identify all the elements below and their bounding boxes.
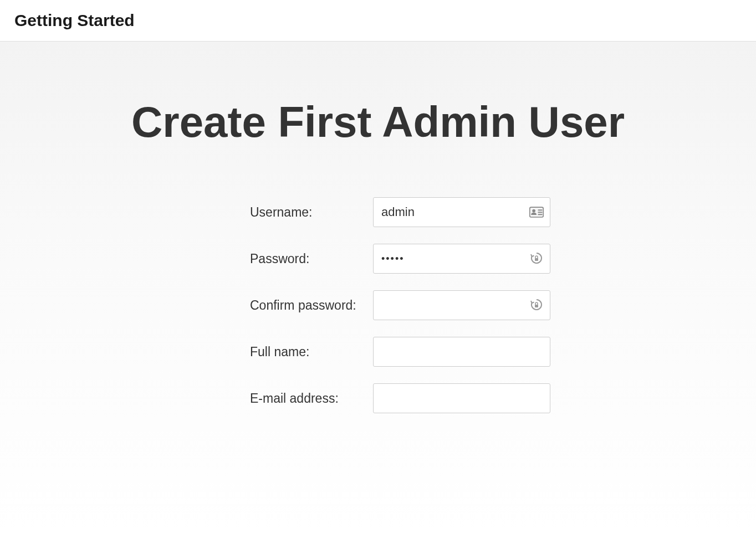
confirm-password-row: Confirm password: xyxy=(250,290,619,320)
email-label: E-mail address: xyxy=(250,391,373,406)
page-title: Create First Admin User xyxy=(0,97,756,147)
confirm-password-label: Confirm password: xyxy=(250,298,373,313)
fullname-input[interactable] xyxy=(373,337,550,367)
header: Getting Started xyxy=(0,0,756,42)
fullname-input-wrapper xyxy=(373,337,550,367)
fullname-label: Full name: xyxy=(250,345,373,360)
main-content: Create First Admin User Username: xyxy=(0,42,756,531)
fullname-row: Full name: xyxy=(250,337,619,367)
username-input-wrapper xyxy=(373,197,550,227)
email-input-wrapper xyxy=(373,383,550,413)
username-input[interactable] xyxy=(373,197,550,227)
username-row: Username: xyxy=(250,197,619,227)
confirm-password-input[interactable] xyxy=(373,290,550,320)
email-input[interactable] xyxy=(373,383,550,413)
admin-user-form: Username: Password: xyxy=(137,197,619,413)
header-title: Getting Started xyxy=(14,11,742,30)
password-row: Password: xyxy=(250,244,619,274)
password-input-wrapper xyxy=(373,244,550,274)
password-label: Password: xyxy=(250,251,373,266)
confirm-password-input-wrapper xyxy=(373,290,550,320)
username-label: Username: xyxy=(250,205,373,220)
email-row: E-mail address: xyxy=(250,383,619,413)
password-input[interactable] xyxy=(373,244,550,274)
